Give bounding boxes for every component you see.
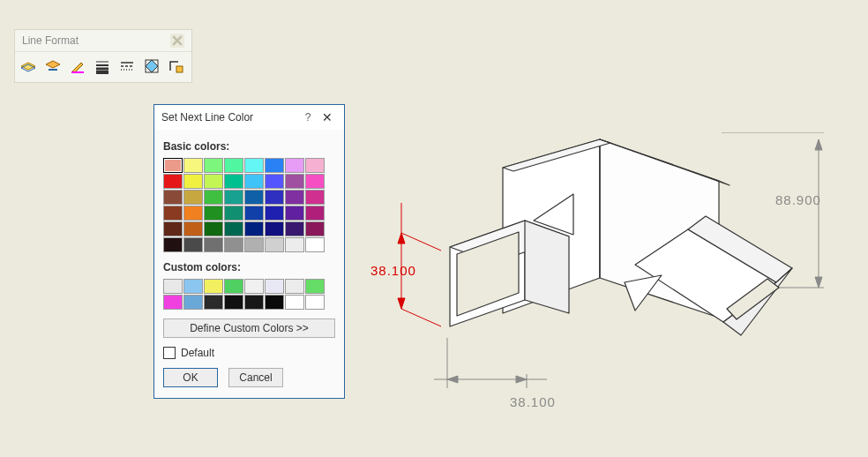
custom-color-swatch[interactable]	[224, 279, 243, 294]
basic-color-swatch[interactable]	[183, 190, 203, 205]
dimension-height-red: 38.100	[370, 263, 416, 278]
basic-color-swatch[interactable]	[224, 158, 243, 173]
basic-color-swatch[interactable]	[265, 158, 284, 173]
line-format-toolbar: Line Format	[14, 29, 192, 83]
basic-color-swatch[interactable]	[244, 221, 264, 236]
custom-color-swatch[interactable]	[305, 279, 325, 294]
basic-color-swatch[interactable]	[183, 206, 203, 221]
custom-color-swatch[interactable]	[244, 295, 264, 310]
basic-color-swatch[interactable]	[285, 221, 304, 236]
define-custom-colors-button[interactable]: Define Custom Colors >>	[163, 318, 335, 338]
basic-color-swatch[interactable]	[204, 206, 223, 221]
toolbar-titlebar[interactable]: Line Format	[15, 30, 191, 52]
basic-color-swatch[interactable]	[224, 174, 243, 189]
cancel-button[interactable]: Cancel	[228, 368, 283, 387]
cad-drawing-view	[370, 132, 847, 423]
svg-line-16	[401, 309, 441, 326]
ok-button[interactable]: OK	[163, 368, 218, 387]
svg-rect-2	[71, 71, 84, 73]
custom-color-swatch[interactable]	[204, 279, 223, 294]
dialog-close-button[interactable]: ✕	[318, 110, 337, 124]
line-color-button[interactable]	[66, 56, 89, 79]
default-checkbox[interactable]	[163, 347, 176, 359]
custom-colors-label: Custom colors:	[163, 261, 335, 273]
svg-marker-34	[525, 221, 569, 313]
line-thickness-button[interactable]	[91, 56, 114, 79]
dimension-height-right: 88.900	[775, 192, 821, 207]
basic-color-swatch[interactable]	[244, 237, 264, 252]
dialog-help-button[interactable]: ?	[298, 111, 318, 124]
svg-marker-20	[447, 376, 458, 383]
basic-color-swatch[interactable]	[265, 237, 284, 252]
dialog-titlebar[interactable]: Set Next Line Color ? ✕	[154, 105, 344, 130]
basic-color-swatch[interactable]	[204, 221, 223, 236]
basic-color-swatch[interactable]	[265, 174, 284, 189]
svg-marker-14	[398, 298, 405, 309]
basic-color-swatch[interactable]	[224, 206, 243, 221]
basic-color-swatch[interactable]	[163, 158, 183, 173]
basic-color-swatch[interactable]	[224, 190, 243, 205]
change-layer-button[interactable]	[41, 56, 64, 79]
basic-color-swatch[interactable]	[224, 237, 243, 252]
basic-color-swatch[interactable]	[305, 237, 325, 252]
custom-color-swatch[interactable]	[305, 295, 325, 310]
basic-color-swatch[interactable]	[305, 221, 325, 236]
custom-color-swatch[interactable]	[224, 295, 243, 310]
basic-color-swatch[interactable]	[285, 206, 304, 221]
custom-color-swatch[interactable]	[163, 279, 183, 294]
basic-color-swatch[interactable]	[285, 158, 304, 173]
basic-color-swatch[interactable]	[204, 190, 223, 205]
layer-properties-button[interactable]	[17, 56, 40, 79]
basic-color-swatch[interactable]	[244, 206, 264, 221]
custom-color-swatch[interactable]	[285, 279, 304, 294]
basic-color-swatch[interactable]	[244, 158, 264, 173]
basic-color-swatch[interactable]	[244, 190, 264, 205]
basic-color-swatch[interactable]	[163, 206, 183, 221]
default-checkbox-label: Default	[181, 347, 214, 359]
hide-show-edge-button[interactable]	[165, 56, 188, 79]
basic-color-swatch[interactable]	[305, 158, 325, 173]
custom-color-swatch[interactable]	[285, 295, 304, 310]
basic-color-swatch[interactable]	[183, 174, 203, 189]
custom-color-swatch[interactable]	[204, 295, 223, 310]
basic-color-swatch[interactable]	[265, 190, 284, 205]
custom-color-swatch[interactable]	[265, 279, 284, 294]
basic-color-swatch[interactable]	[305, 206, 325, 221]
basic-color-swatch[interactable]	[163, 237, 183, 252]
basic-color-swatch[interactable]	[285, 174, 304, 189]
basic-color-swatch[interactable]	[183, 221, 203, 236]
dimension-width-bottom: 38.100	[510, 394, 556, 409]
svg-marker-24	[815, 277, 822, 288]
basic-color-swatch[interactable]	[265, 206, 284, 221]
custom-color-swatch[interactable]	[163, 295, 183, 310]
basic-color-swatch[interactable]	[163, 221, 183, 236]
svg-line-15	[401, 233, 441, 251]
basic-color-swatch[interactable]	[285, 190, 304, 205]
basic-color-swatch[interactable]	[204, 237, 223, 252]
basic-color-swatch[interactable]	[204, 174, 223, 189]
line-style-button[interactable]	[116, 56, 138, 79]
basic-color-swatch[interactable]	[285, 237, 304, 252]
basic-color-swatch[interactable]	[163, 174, 183, 189]
basic-color-swatch[interactable]	[163, 190, 183, 205]
color-dialog: Set Next Line Color ? ✕ Basic colors: Cu…	[153, 104, 345, 399]
custom-color-swatch[interactable]	[244, 279, 264, 294]
basic-color-swatch[interactable]	[244, 174, 264, 189]
basic-color-swatch[interactable]	[305, 190, 325, 205]
basic-colors-label: Basic colors:	[163, 140, 335, 153]
custom-color-swatch[interactable]	[183, 279, 203, 294]
custom-color-swatch[interactable]	[183, 295, 203, 310]
svg-marker-23	[815, 139, 822, 150]
color-display-mode-button[interactable]	[140, 56, 163, 79]
basic-color-swatch[interactable]	[183, 158, 203, 173]
basic-color-swatch[interactable]	[305, 174, 325, 189]
basic-color-swatch[interactable]	[224, 221, 243, 236]
basic-color-swatch[interactable]	[204, 158, 223, 173]
toolbar-buttons	[15, 52, 191, 82]
toolbar-close-button[interactable]	[170, 34, 184, 48]
basic-color-swatch[interactable]	[265, 221, 284, 236]
svg-marker-13	[398, 233, 405, 243]
basic-color-swatch[interactable]	[183, 237, 203, 252]
default-checkbox-row[interactable]: Default	[163, 347, 335, 359]
custom-color-swatch[interactable]	[265, 295, 284, 310]
